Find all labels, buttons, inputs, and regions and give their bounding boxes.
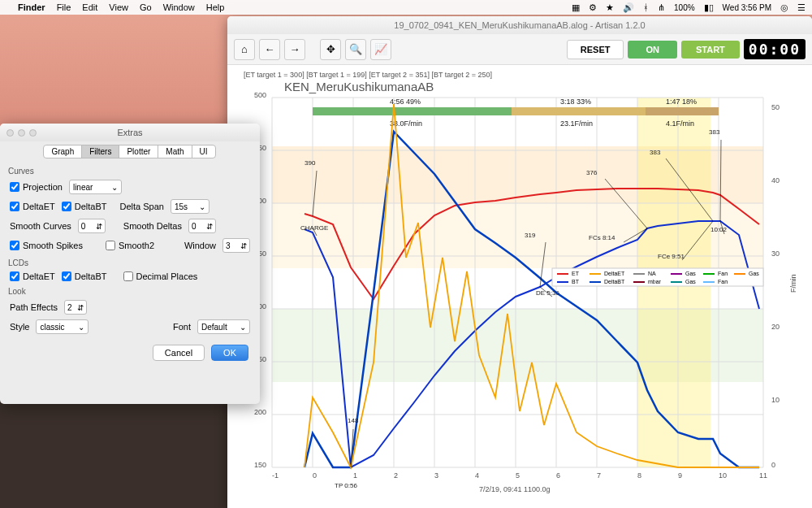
svg-text:10:02: 10:02 <box>710 226 728 233</box>
menu-window[interactable]: Window <box>163 2 195 12</box>
forward-button[interactable]: → <box>284 39 305 60</box>
tab-math[interactable]: Math <box>158 145 192 158</box>
projection-select[interactable]: linear⌄ <box>69 180 122 194</box>
ok-button[interactable]: OK <box>211 345 248 361</box>
svg-text:0: 0 <box>313 471 317 480</box>
y-right-label: F/min <box>789 275 797 293</box>
svg-text:Fan: Fan <box>718 271 728 276</box>
svg-text:150: 150 <box>254 461 266 469</box>
svg-text:DeltaET: DeltaET <box>604 271 625 276</box>
svg-text:5: 5 <box>516 471 520 480</box>
x-axis-ticks: -1 0 1 2 3 4 5 6 7 8 9 10 11 <box>272 471 767 480</box>
tab-ui[interactable]: UI <box>192 145 216 158</box>
lcd-deltaet-checkbox[interactable]: DeltaET <box>10 271 55 281</box>
menu-view[interactable]: View <box>109 2 128 12</box>
chart-area[interactable]: [ET target 1 = 300] [BT target 1 = 199] … <box>227 65 812 508</box>
phase-bar-mid <box>512 107 646 115</box>
svg-text:3: 3 <box>434 471 438 480</box>
style-select[interactable]: classic⌄ <box>36 319 89 334</box>
section-look: Look <box>0 284 260 297</box>
bluetooth-icon[interactable]: ᚼ <box>643 2 649 12</box>
phase-bar-dev <box>646 107 719 115</box>
svg-text:BT: BT <box>572 279 580 284</box>
svg-text:383: 383 <box>709 128 720 136</box>
svg-text:CHARGE: CHARGE <box>300 224 328 232</box>
decimalplaces-checkbox[interactable]: Decimal Places <box>123 271 198 281</box>
status-icon[interactable]: ▦ <box>572 2 580 13</box>
traffic-lights[interactable] <box>6 129 37 137</box>
phase-bar-dry <box>313 107 512 115</box>
window-stepper[interactable]: 3⇵ <box>222 238 250 253</box>
wifi-icon[interactable]: ⋔ <box>658 2 665 13</box>
battery-icon[interactable]: ▮▯ <box>704 2 714 13</box>
extras-dialog: Extras Graph Filters Plotter Math UI Cur… <box>0 124 260 404</box>
artisan-window: 19_0702_0941_KEN_MeruKushikumanaAB.alog … <box>227 16 812 508</box>
deltaet-checkbox[interactable]: DeltaET <box>10 202 55 211</box>
svg-text:0: 0 <box>771 461 775 469</box>
tab-graph[interactable]: Graph <box>43 145 82 158</box>
on-button[interactable]: ON <box>628 41 677 59</box>
svg-text:TP 0:56: TP 0:56 <box>335 482 357 489</box>
chart-footer: 7/2/19, 09:41 1100.0g <box>479 485 551 493</box>
chart-title: KEN_MeruKushikumanaAB <box>284 80 434 93</box>
cancel-button[interactable]: Cancel <box>153 345 205 361</box>
svg-text:Gas: Gas <box>749 271 759 276</box>
section-lcds: LCDs <box>0 255 260 269</box>
chart-legend: ET BT DeltaET DeltaBT NA mbar Gas Gas Fa… <box>552 268 763 286</box>
menu-help[interactable]: Help <box>206 2 225 12</box>
svg-text:20: 20 <box>771 323 780 331</box>
svg-text:FCe 9:51: FCe 9:51 <box>658 253 685 260</box>
timer-display: 00:00 <box>744 39 806 59</box>
extras-titlebar[interactable]: Extras <box>0 124 260 141</box>
svg-text:FCs 8:14: FCs 8:14 <box>589 234 615 241</box>
svg-text:11: 11 <box>759 471 767 480</box>
menu-edit[interactable]: Edit <box>82 2 97 12</box>
deltabt-checkbox[interactable]: DeltaBT <box>62 202 107 211</box>
svg-text:NA: NA <box>648 271 656 276</box>
tab-filters[interactable]: Filters <box>81 145 119 158</box>
deltaspan-select[interactable]: 15s⌄ <box>171 199 209 214</box>
pan-button[interactable]: ✥ <box>320 39 341 60</box>
volume-icon[interactable]: 🔊 <box>623 2 634 13</box>
svg-text:Fan: Fan <box>718 279 728 284</box>
smoothcurves-stepper[interactable]: 0⇵ <box>78 219 106 233</box>
start-button[interactable]: START <box>681 41 740 59</box>
section-curves: Curves <box>0 163 260 177</box>
home-button[interactable]: ⌂ <box>234 39 255 60</box>
menu-go[interactable]: Go <box>140 2 152 12</box>
svg-text:3:18  33%: 3:18 33% <box>560 98 591 106</box>
back-button[interactable]: ← <box>259 39 280 60</box>
window-titlebar[interactable]: 19_0702_0941_KEN_MeruKushikumanaAB.alog … <box>227 16 812 34</box>
lcd-deltabt-checkbox[interactable]: DeltaBT <box>62 271 107 281</box>
chart-toolbar: ⌂ ← → ✥ 🔍 📈 RESET ON START 00:00 <box>227 34 812 65</box>
configure-button[interactable]: 📈 <box>370 39 391 60</box>
svg-text:DeltaBT: DeltaBT <box>604 279 625 284</box>
svg-text:40: 40 <box>771 176 780 185</box>
smooth2-checkbox[interactable]: Smooth2 <box>106 241 154 250</box>
menu-file[interactable]: File <box>57 2 71 12</box>
chart-header: [ET target 1 = 300] [BT target 1 = 199] … <box>244 71 492 79</box>
patheffects-stepper[interactable]: 2⇵ <box>64 300 87 315</box>
svg-text:148: 148 <box>348 417 359 424</box>
tab-plotter[interactable]: Plotter <box>119 145 158 158</box>
svg-text:1:47  18%: 1:47 18% <box>666 98 697 106</box>
svg-text:DE 5:36: DE 5:36 <box>536 289 559 297</box>
reset-button[interactable]: RESET <box>567 40 624 59</box>
svg-text:Gas: Gas <box>685 279 696 284</box>
svg-text:10: 10 <box>719 471 727 480</box>
svg-text:23.1F/min: 23.1F/min <box>560 119 593 128</box>
zoom-button[interactable]: 🔍 <box>345 39 366 60</box>
svg-text:2: 2 <box>394 471 398 480</box>
font-select[interactable]: Default⌄ <box>197 319 250 334</box>
smoothspikes-checkbox[interactable]: Smooth Spikes <box>10 241 83 250</box>
smoothdeltas-stepper[interactable]: 0⇵ <box>188 219 216 233</box>
spotlight-icon[interactable]: ◎ <box>780 2 788 13</box>
svg-text:4.1F/min: 4.1F/min <box>666 119 694 128</box>
status-icon[interactable]: ★ <box>606 2 614 13</box>
mac-menubar: Finder File Edit View Go Window Help ▦ ⚙… <box>0 0 812 15</box>
clock[interactable]: Wed 3:56 PM <box>723 3 771 12</box>
status-icon[interactable]: ⚙ <box>589 2 597 13</box>
notification-icon[interactable]: ☰ <box>797 2 806 13</box>
app-name-menu[interactable]: Finder <box>18 2 45 12</box>
projection-checkbox[interactable]: Projection <box>10 182 63 192</box>
